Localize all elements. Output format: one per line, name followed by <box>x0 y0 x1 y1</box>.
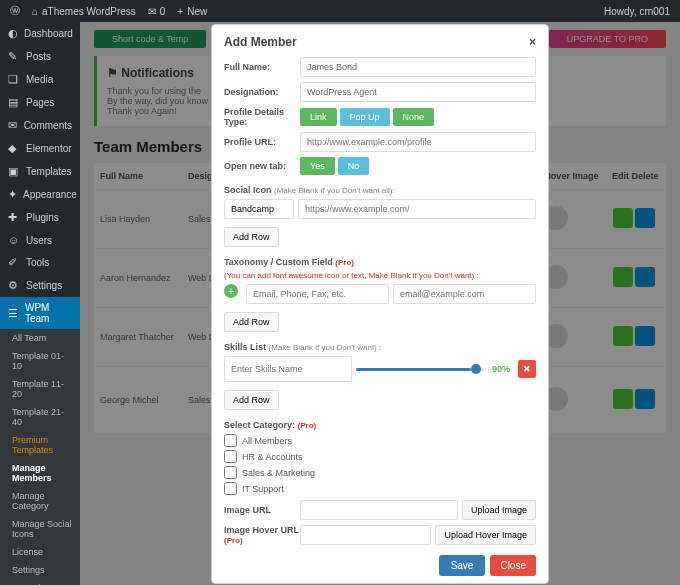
social-select[interactable] <box>224 199 294 219</box>
sub-import[interactable]: Import/Export Plugin <box>0 579 80 585</box>
skill-percent: 90% <box>492 364 510 374</box>
admin-bar: ⓦ ⌂ aThemes WordPress ✉ 0 + New Howdy, c… <box>0 0 680 22</box>
sub-license[interactable]: License <box>0 543 80 561</box>
cat-it[interactable]: IT Support <box>224 482 536 495</box>
sub-t3[interactable]: Template 21-40 <box>0 403 80 431</box>
social-heading: Social Icon (Make Blank if you Don't wan… <box>224 185 536 195</box>
templates-icon: ▣ <box>8 165 20 178</box>
menu-settings[interactable]: ⚙Settings <box>0 274 80 297</box>
add-row-button[interactable]: Add Row <box>224 227 279 247</box>
close-button[interactable]: Close <box>490 555 536 576</box>
elementor-icon: ◆ <box>8 142 20 155</box>
submenu: All Team Template 01-10 Template 11-20 T… <box>0 329 80 585</box>
upload-hover-button[interactable]: Upload Hover Image <box>435 525 536 545</box>
user-icon: ☺ <box>8 234 20 246</box>
sub-premium[interactable]: Premium Templates <box>0 431 80 459</box>
close-icon[interactable]: × <box>529 35 536 49</box>
fullname-label: Full Name: <box>224 62 300 72</box>
menu-users[interactable]: ☺Users <box>0 229 80 251</box>
newtab-label: Open new tab: <box>224 161 300 171</box>
popup-button[interactable]: Pop Up <box>340 108 390 126</box>
taxonomy-hint: (You can add font awesome icon or text, … <box>224 271 536 280</box>
hover-url-input[interactable] <box>300 525 431 545</box>
taxonomy-heading: Taxonomy / Custom Field (Pro) <box>224 257 536 267</box>
skills-heading: Skills List (Make Blank if you Don't wan… <box>224 342 536 352</box>
custom-field-label-input[interactable] <box>246 284 389 304</box>
purl-label: Profile URL: <box>224 137 300 147</box>
menu-elementor[interactable]: ◆Elementor <box>0 137 80 160</box>
custom-field-value-input[interactable] <box>393 284 536 304</box>
plug-icon: ✚ <box>8 211 20 224</box>
imgurl-label: Image URL <box>224 505 300 515</box>
brush-icon: ✦ <box>8 188 17 201</box>
sub-settings[interactable]: Settings <box>0 561 80 579</box>
profile-url-input[interactable] <box>300 132 536 152</box>
link-button[interactable]: Link <box>300 108 337 126</box>
add-member-modal: Add Member× Full Name: Designation: Prof… <box>211 24 549 584</box>
none-button[interactable]: None <box>393 108 435 126</box>
pages-icon: ▤ <box>8 96 20 109</box>
cat-hr[interactable]: HR & Accounts <box>224 450 536 463</box>
gauge-icon: ◐ <box>8 27 18 40</box>
slider-thumb-icon[interactable] <box>471 364 481 374</box>
fullname-input[interactable] <box>300 57 536 77</box>
add-row-button[interactable]: Add Row <box>224 390 279 410</box>
menu-plugins[interactable]: ✚Plugins <box>0 206 80 229</box>
cat-sales[interactable]: Sales & Marketing <box>224 466 536 479</box>
sub-manage-members[interactable]: Manage Members <box>0 459 80 487</box>
admin-sidebar: ◐Dashboard ✎Posts ❏Media ▤Pages ✉Comment… <box>0 22 80 585</box>
skill-slider[interactable] <box>356 368 484 371</box>
content-area: Short code & Temp More Plugins UPGRADE T… <box>80 22 680 585</box>
menu-templates[interactable]: ▣Templates <box>0 160 80 183</box>
image-url-input[interactable] <box>300 500 458 520</box>
save-button[interactable]: Save <box>439 555 486 576</box>
menu-pages[interactable]: ▤Pages <box>0 91 80 114</box>
comments-link[interactable]: ✉ 0 <box>148 6 166 17</box>
plus-icon[interactable]: + <box>224 284 238 298</box>
gear-icon: ⚙ <box>8 279 20 292</box>
sub-t1[interactable]: Template 01-10 <box>0 347 80 375</box>
howdy-link[interactable]: Howdy, crn001 <box>604 6 670 17</box>
no-button[interactable]: No <box>338 157 370 175</box>
hoverurl-label: Image Hover URL(Pro) <box>224 525 300 545</box>
wrench-icon: ✐ <box>8 256 20 269</box>
designation-label: Designation: <box>224 87 300 97</box>
menu-comments[interactable]: ✉Comments <box>0 114 80 137</box>
sub-all-team[interactable]: All Team <box>0 329 80 347</box>
media-icon: ❏ <box>8 73 20 86</box>
new-link[interactable]: + New <box>177 6 207 17</box>
delete-skill-button[interactable]: ✖ <box>518 360 536 378</box>
yes-button[interactable]: Yes <box>300 157 335 175</box>
sub-manage-category[interactable]: Manage Category <box>0 487 80 515</box>
menu-tools[interactable]: ✐Tools <box>0 251 80 274</box>
wp-logo-icon[interactable]: ⓦ <box>10 4 20 18</box>
pin-icon: ✎ <box>8 50 20 63</box>
menu-media[interactable]: ❏Media <box>0 68 80 91</box>
site-link[interactable]: ⌂ aThemes WordPress <box>32 6 136 17</box>
cat-all-members[interactable]: All Members <box>224 434 536 447</box>
sub-t2[interactable]: Template 11-20 <box>0 375 80 403</box>
sub-manage-icons[interactable]: Manage Social Icons <box>0 515 80 543</box>
menu-appearance[interactable]: ✦Appearance <box>0 183 80 206</box>
add-row-button[interactable]: Add Row <box>224 312 279 332</box>
social-url-input[interactable] <box>298 199 536 219</box>
pdtype-label: Profile Details Type: <box>224 107 300 127</box>
modal-title: Add Member× <box>224 35 536 49</box>
upload-image-button[interactable]: Upload Image <box>462 500 536 520</box>
skill-name-input[interactable] <box>224 356 352 382</box>
menu-wpm-team[interactable]: ☰WPM Team <box>0 297 80 329</box>
category-heading: Select Category: (Pro) <box>224 420 536 430</box>
designation-input[interactable] <box>300 82 536 102</box>
list-icon: ☰ <box>8 307 19 320</box>
modal-overlay[interactable]: Add Member× Full Name: Designation: Prof… <box>80 22 680 585</box>
comment-icon: ✉ <box>8 119 18 132</box>
menu-dashboard[interactable]: ◐Dashboard <box>0 22 80 45</box>
menu-posts[interactable]: ✎Posts <box>0 45 80 68</box>
